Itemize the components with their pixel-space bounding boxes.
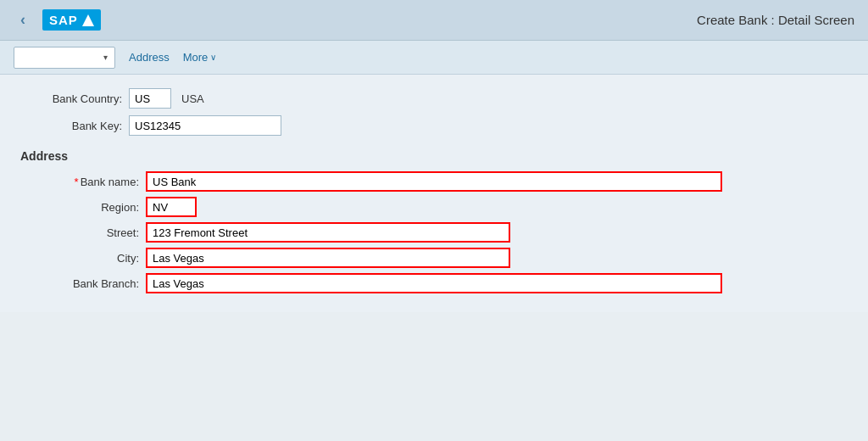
bank-key-label: Bank Key: bbox=[20, 120, 122, 132]
address-link[interactable]: Address bbox=[129, 51, 170, 64]
bank-country-row: Bank Country: USA bbox=[20, 88, 848, 109]
bank-country-input[interactable] bbox=[129, 88, 171, 109]
bank-name-input[interactable] bbox=[146, 171, 722, 192]
branch-row: Bank Branch: bbox=[20, 273, 848, 293]
toolbar-dropdown[interactable]: ▾ bbox=[14, 47, 115, 69]
main-content: Bank Country: USA Bank Key: Address *Ban… bbox=[0, 75, 868, 312]
address-section-header: Address bbox=[20, 149, 848, 163]
branch-input[interactable] bbox=[146, 273, 722, 293]
region-label: Region: bbox=[20, 201, 139, 214]
city-label: City: bbox=[20, 252, 139, 265]
bank-country-name: USA bbox=[181, 92, 204, 105]
street-input[interactable] bbox=[146, 222, 510, 243]
header-left: ‹ SAP bbox=[14, 8, 101, 32]
bank-key-row: Bank Key: bbox=[20, 115, 848, 136]
header-bar: ‹ SAP Create Bank : Detail Screen bbox=[0, 0, 868, 41]
more-button[interactable]: More ∨ bbox=[183, 51, 217, 64]
city-input[interactable] bbox=[146, 248, 510, 268]
back-button[interactable]: ‹ bbox=[14, 8, 32, 32]
bank-key-input[interactable] bbox=[129, 115, 281, 136]
sap-logo-text: SAP bbox=[49, 13, 78, 27]
sap-logo: SAP bbox=[42, 9, 101, 31]
region-input[interactable] bbox=[146, 197, 197, 217]
toolbar: ▾ Address More ∨ bbox=[0, 41, 868, 75]
more-arrow-icon: ∨ bbox=[210, 53, 216, 62]
more-label: More bbox=[183, 51, 209, 64]
street-row: Street: bbox=[20, 222, 848, 243]
bank-name-row: *Bank name: bbox=[20, 171, 848, 192]
street-label: Street: bbox=[20, 226, 139, 239]
city-row: City: bbox=[20, 248, 848, 268]
bank-country-label: Bank Country: bbox=[20, 92, 122, 105]
required-star: * bbox=[75, 176, 79, 188]
branch-label: Bank Branch: bbox=[20, 277, 139, 290]
region-row: Region: bbox=[20, 197, 848, 217]
page-title: Create Bank : Detail Screen bbox=[697, 13, 854, 27]
toolbar-dropdown-arrow: ▾ bbox=[103, 53, 108, 62]
sap-diamond-icon bbox=[82, 14, 94, 26]
bank-name-label: *Bank name: bbox=[20, 176, 139, 188]
